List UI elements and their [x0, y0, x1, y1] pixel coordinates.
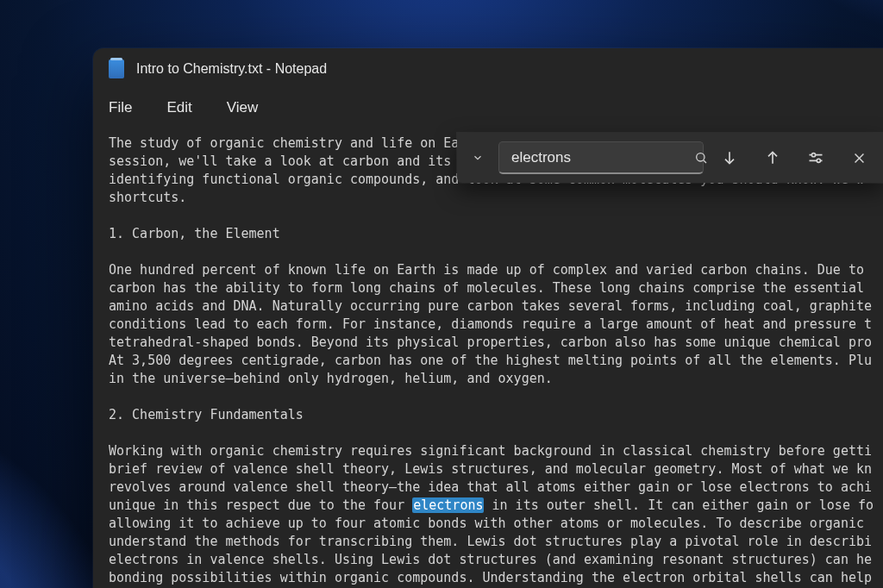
svg-point-7: [817, 159, 820, 162]
text-line[interactable]: One hundred percent of known life on Ear…: [109, 261, 883, 279]
window-title: Intro to Chemistry.txt - Notepad: [136, 61, 327, 77]
text-line[interactable]: 2. Chemistry Fundamentals: [109, 406, 883, 424]
find-next-button[interactable]: [712, 141, 747, 175]
text-line[interactable]: At 3,500 degrees centigrade, carbon has …: [109, 352, 883, 370]
text-line[interactable]: [109, 388, 883, 406]
text-line[interactable]: electrons in valence shells. Using Lewis…: [109, 551, 883, 569]
find-options-button[interactable]: [798, 141, 833, 175]
text-line[interactable]: in the universe—behind only hydrogen, he…: [109, 370, 883, 388]
close-find-button[interactable]: [842, 141, 876, 175]
text-line[interactable]: Working with organic chemistry requires …: [109, 442, 883, 460]
menu-view[interactable]: View: [227, 99, 259, 116]
search-input[interactable]: [511, 149, 694, 166]
settings-sliders-icon: [807, 149, 824, 166]
close-icon: [852, 151, 867, 166]
search-highlight: electrons: [412, 497, 484, 513]
text-line[interactable]: allowing it to achieve up to four atomic…: [109, 515, 883, 533]
search-box[interactable]: [498, 141, 704, 174]
text-line[interactable]: bonding possibilities within organic com…: [109, 569, 883, 587]
menubar: File Edit View: [93, 90, 883, 126]
text-line[interactable]: understand the methods for transcribing …: [109, 533, 883, 551]
find-bar: [457, 133, 883, 183]
notepad-app-icon: [109, 59, 124, 78]
text-line[interactable]: revolves around valence shell theory—the…: [109, 479, 883, 497]
find-previous-button[interactable]: [755, 141, 790, 175]
text-line[interactable]: tetrahedral-shaped bonds. Beyond its phy…: [109, 334, 883, 352]
text-line[interactable]: conditions lead to each form. For instan…: [109, 316, 883, 334]
text-line[interactable]: [109, 207, 883, 225]
text-line[interactable]: carbon has the ability to form long chai…: [109, 279, 883, 297]
arrow-down-icon: [721, 149, 738, 166]
text-editor[interactable]: The study of organic chemistry and life …: [109, 134, 883, 588]
text-line[interactable]: shortcuts.: [109, 189, 883, 207]
expand-replace-button[interactable]: [466, 141, 490, 175]
arrow-up-icon: [764, 149, 781, 166]
svg-point-0: [697, 153, 705, 160]
menu-file[interactable]: File: [109, 99, 132, 116]
text-line[interactable]: [109, 243, 883, 261]
titlebar[interactable]: Intro to Chemistry.txt - Notepad: [93, 48, 883, 90]
menu-edit[interactable]: Edit: [166, 99, 191, 116]
text-line[interactable]: amino acids and DNA. Naturally occurring…: [109, 297, 883, 316]
text-line[interactable]: brief review of valence shell theory, Le…: [109, 460, 883, 479]
notepad-window: Intro to Chemistry.txt - Notepad File Ed…: [93, 48, 883, 588]
text-line[interactable]: [109, 424, 883, 442]
svg-point-5: [811, 153, 815, 157]
text-line[interactable]: unique in this respect due to the four e…: [109, 497, 883, 515]
search-icon[interactable]: [694, 151, 708, 165]
text-line[interactable]: 1. Carbon, the Element: [109, 225, 883, 243]
svg-line-1: [704, 160, 706, 163]
chevron-down-icon: [472, 152, 484, 164]
editor-viewport[interactable]: The study of organic chemistry and life …: [109, 134, 883, 588]
